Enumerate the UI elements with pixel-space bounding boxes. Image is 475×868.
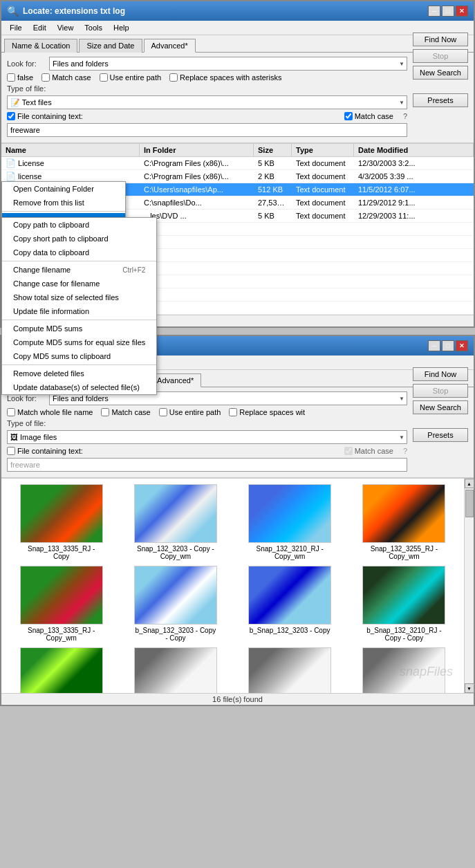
text-search-input[interactable] — [7, 123, 407, 137]
match-case-option-2[interactable]: Match case — [101, 408, 150, 416]
ctx-sub-update-info[interactable]: Update file information — [2, 304, 156, 318]
maximize-button-1[interactable]: □ — [442, 6, 454, 17]
use-entire-path-checkbox[interactable] — [100, 73, 108, 82]
match-case-2-label: Match case — [355, 112, 393, 120]
tab-name-location-1[interactable]: Name & Location — [4, 39, 77, 53]
match-case-2-option-2[interactable]: Match case — [344, 447, 393, 455]
menu-help-1[interactable]: Help — [108, 22, 135, 33]
text-search-input-2[interactable] — [7, 458, 407, 472]
menu-tools-1[interactable]: Tools — [79, 22, 108, 33]
ctx-sub-md5[interactable]: Compute MD5 sums — [2, 322, 156, 335]
table-row[interactable]: 📄 License C:\Program Files (x86)\... 5 K… — [1, 157, 474, 170]
match-case-checkbox-1[interactable] — [41, 73, 50, 82]
file-containing-option-2[interactable]: File containing text: — [7, 447, 83, 455]
ctx-sub-update-db[interactable]: Update database(s) of selected file(s) — [2, 380, 156, 394]
ctx-remove[interactable]: Remove from this list — [2, 196, 125, 210]
help-button[interactable]: ? — [403, 112, 407, 120]
ctx-open-folder[interactable]: Open Containing Folder — [2, 182, 125, 196]
file-icon: 📄 — [6, 158, 16, 168]
use-entire-path-checkbox-2[interactable] — [159, 408, 167, 416]
new-search-button-1[interactable]: New Search — [413, 66, 468, 80]
presets-button-2[interactable]: Presets — [413, 428, 468, 442]
tab-size-date-1[interactable]: Size and Date — [79, 39, 142, 53]
text-input-row-2 — [7, 458, 407, 472]
list-item[interactable]: Snap_133_3335_RJ - Copy_wm — [7, 566, 115, 642]
type-input-2[interactable] — [7, 430, 407, 444]
ctx-sub-change-filename[interactable]: Change filename Ctrl+F2 — [2, 263, 156, 277]
find-now-button-1[interactable]: Find Now — [413, 33, 468, 46]
match-whole-name-option[interactable]: false — [7, 73, 33, 82]
match-case-label-1: Match case — [52, 73, 91, 82]
list-item[interactable]: Snap_132_3255_RJ - Copy_wm — [350, 484, 458, 560]
stop-button-2[interactable]: Stop — [413, 384, 468, 398]
new-search-button-2[interactable]: New Search — [413, 400, 468, 414]
close-button-1[interactable]: ✕ — [456, 6, 468, 17]
match-case-2-option[interactable]: Match case — [344, 112, 393, 120]
match-case-option-1[interactable]: Match case — [41, 73, 91, 82]
use-entire-path-option[interactable]: Use entire path — [100, 73, 162, 82]
ctx-sub-copy-short-path[interactable]: Copy short path to clipboard — [2, 232, 156, 246]
cell-size: 5 KB — [254, 158, 292, 168]
ctx-sub-remove-deleted[interactable]: Remove deleted files — [2, 367, 156, 380]
list-item[interactable]: Snap_133_3335_RJ - Copy — [7, 484, 115, 560]
replace-spaces-option[interactable]: Replace spaces with asterisks — [169, 73, 281, 82]
scroll-down-arrow[interactable]: ▼ — [465, 683, 474, 693]
cell-type — [292, 255, 354, 256]
thumbnail-label: b_Snap_132_3203 - Copy — [250, 627, 330, 634]
list-item[interactable] — [121, 647, 230, 693]
find-now-button-2[interactable]: Find Now — [413, 367, 468, 381]
col-header-name[interactable]: Name — [1, 144, 140, 156]
match-whole-name-checkbox-2[interactable] — [7, 408, 15, 416]
col-header-date[interactable]: Date Modified — [354, 144, 474, 156]
maximize-button-2[interactable]: □ — [442, 340, 454, 351]
menu-file-1[interactable]: File — [4, 22, 28, 33]
replace-spaces-checkbox[interactable] — [169, 73, 178, 82]
cell-date — [354, 294, 474, 295]
replace-spaces-option-2[interactable]: Replace spaces wit — [229, 408, 305, 416]
ctx-sub-md5-equal[interactable]: Compute MD5 sums for equal size files — [2, 335, 156, 349]
use-entire-path-option-2[interactable]: Use entire path — [159, 408, 221, 416]
minimize-button-2[interactable]: ─ — [428, 340, 440, 351]
cell-date: 11/29/2012 9:1... — [354, 198, 474, 207]
cell-size: 27,536 KB — [254, 198, 292, 207]
vertical-scrollbar-2[interactable]: ▲ ▼ — [464, 479, 474, 693]
file-containing-option[interactable]: File containing text: — [7, 112, 83, 120]
ctx-sub-change-case[interactable]: Change case for filename — [2, 277, 156, 290]
match-case-checkbox-2[interactable] — [101, 408, 109, 416]
match-whole-name-checkbox[interactable] — [7, 73, 15, 82]
col-header-type[interactable]: Type — [292, 144, 354, 156]
list-item[interactable]: Snap_132_3203 - Copy - Copy_wm — [121, 484, 230, 560]
ctx-sub-copy-data[interactable]: Copy data to clipboard — [2, 246, 156, 259]
replace-spaces-checkbox-2[interactable] — [229, 408, 237, 416]
list-item[interactable]: b_Snap_132_3210_RJ - Copy - Copy — [350, 566, 458, 642]
tab-advanced-1[interactable]: Advanced* — [144, 39, 196, 53]
look-for-input[interactable] — [49, 57, 407, 71]
list-item[interactable] — [236, 647, 344, 693]
cell-date — [354, 307, 474, 308]
stop-button-1[interactable]: Stop — [413, 49, 468, 63]
list-item[interactable]: b_Snap_132_3203 - Copy — [236, 566, 344, 642]
list-item[interactable]: b_Snap_132_3203 - Copy - Copy — [121, 566, 230, 642]
cell-size — [254, 228, 292, 230]
menu-edit-1[interactable]: Edit — [28, 22, 52, 33]
scroll-thumb[interactable] — [465, 490, 474, 517]
menu-view-1[interactable]: View — [52, 22, 80, 33]
close-button-2[interactable]: ✕ — [456, 340, 468, 351]
help-button-2[interactable]: ? — [403, 447, 407, 455]
file-containing-checkbox[interactable] — [7, 112, 15, 120]
ctx-sub-total-size[interactable]: Show total size of selected files — [2, 290, 156, 304]
list-item[interactable]: Snap_132_3210_RJ - Copy_wm — [236, 484, 344, 560]
list-item[interactable] — [7, 647, 115, 693]
minimize-button-1[interactable]: ─ — [428, 6, 440, 17]
col-header-size[interactable]: Size — [254, 144, 292, 156]
match-whole-name-option-2[interactable]: Match whole file name — [7, 408, 93, 416]
presets-button-1[interactable]: Presets — [413, 93, 468, 107]
match-case-2-checkbox-2[interactable] — [344, 447, 353, 455]
file-containing-checkbox-2[interactable] — [7, 447, 15, 455]
col-header-folder[interactable]: In Folder — [140, 144, 254, 156]
ctx-sub-md5-copy[interactable]: Copy MD5 sums to clipboard — [2, 349, 156, 363]
type-input[interactable] — [7, 95, 407, 109]
match-case-2-checkbox[interactable] — [344, 112, 353, 120]
ctx-sub-copy-path[interactable]: Copy path to clipboard — [2, 218, 156, 232]
scroll-up-arrow[interactable]: ▲ — [465, 479, 474, 488]
